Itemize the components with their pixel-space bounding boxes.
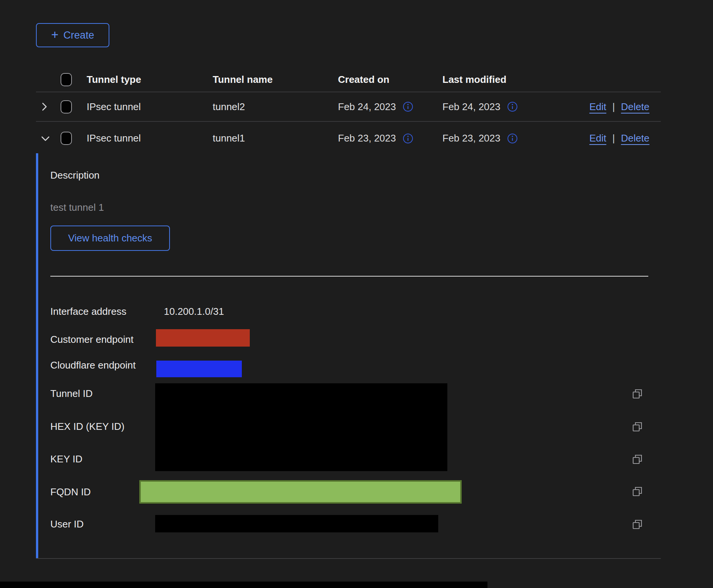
- chevron-down-icon[interactable]: [40, 134, 51, 143]
- create-button-label: Create: [64, 30, 94, 41]
- create-button[interactable]: + Create: [36, 23, 109, 47]
- tunnels-table: Tunnel type Tunnel name Created on Last …: [36, 67, 661, 155]
- tunnel-type-cell: IPsec tunnel: [87, 101, 213, 113]
- fqdn-id-label: FQDN ID: [50, 486, 91, 498]
- last-modified-value: Feb 24, 2023: [442, 101, 500, 113]
- interface-address-label: Interface address: [50, 305, 126, 317]
- interface-address-value: 10.200.1.0/31: [164, 305, 224, 317]
- table-header-row: Tunnel type Tunnel name Created on Last …: [36, 67, 661, 92]
- description-label: Description: [50, 169, 100, 181]
- info-icon[interactable]: [403, 133, 413, 144]
- last-modified-value: Feb 23, 2023: [442, 132, 500, 144]
- info-icon[interactable]: [507, 133, 518, 144]
- copy-icon[interactable]: [631, 518, 644, 531]
- row-checkbox[interactable]: [61, 132, 72, 145]
- delete-link[interactable]: Delete: [621, 101, 649, 113]
- plus-icon: +: [51, 28, 58, 41]
- edit-link[interactable]: Edit: [589, 101, 606, 113]
- customer-endpoint-redacted-value: [156, 329, 250, 347]
- created-on-value: Feb 24, 2023: [338, 101, 396, 113]
- edit-link[interactable]: Edit: [589, 132, 606, 144]
- view-health-checks-button[interactable]: View health checks: [50, 226, 170, 251]
- fqdn-id-redacted-value: [139, 480, 462, 504]
- tunnel-name-cell: tunnel1: [213, 132, 338, 144]
- action-separator: |: [612, 101, 615, 113]
- cloudflare-endpoint-redacted-value: [156, 361, 242, 377]
- created-on-value: Feb 23, 2023: [338, 132, 396, 144]
- expanded-tunnel-details: Description test tunnel 1 View health ch…: [36, 153, 661, 559]
- copy-icon[interactable]: [631, 485, 644, 498]
- column-header-last-modified: Last modified: [442, 74, 583, 86]
- user-id-label: User ID: [50, 518, 84, 530]
- delete-link[interactable]: Delete: [621, 132, 649, 144]
- ids-redacted-value: [155, 383, 447, 471]
- column-header-tunnel-name: Tunnel name: [213, 74, 338, 86]
- copy-icon[interactable]: [631, 420, 644, 433]
- copy-icon[interactable]: [631, 387, 644, 400]
- user-id-redacted-value: [155, 515, 438, 532]
- expanded-row-indicator-bar: [36, 153, 38, 558]
- hex-id-label: HEX ID (KEY ID): [50, 420, 125, 432]
- tunnel-name-cell: tunnel2: [213, 101, 338, 113]
- customer-endpoint-label: Customer endpoint: [50, 333, 134, 345]
- copy-icon[interactable]: [631, 453, 644, 466]
- column-header-created-on: Created on: [338, 74, 442, 86]
- section-divider: [50, 276, 648, 277]
- table-row-tunnel1: IPsec tunnel tunnel1 Feb 23, 2023 Feb 23…: [36, 122, 661, 155]
- table-row-tunnel2: IPsec tunnel tunnel2 Feb 24, 2023 Feb 24…: [36, 92, 661, 122]
- tunnels-page: + Create Tunnel type Tunnel name Created…: [0, 0, 713, 588]
- column-header-tunnel-type: Tunnel type: [87, 74, 213, 86]
- cloudflare-endpoint-label: Cloudflare endpoint: [50, 359, 136, 371]
- row-checkbox[interactable]: [61, 100, 72, 114]
- chevron-right-icon[interactable]: [40, 101, 49, 112]
- tunnel-type-cell: IPsec tunnel: [87, 132, 213, 144]
- table-bottom-divider: [36, 558, 661, 559]
- select-all-checkbox[interactable]: [61, 73, 72, 86]
- key-id-label: KEY ID: [50, 453, 83, 465]
- description-value: test tunnel 1: [50, 201, 104, 213]
- info-icon[interactable]: [403, 101, 413, 112]
- tunnel-id-label: Tunnel ID: [50, 387, 93, 400]
- info-icon[interactable]: [507, 101, 518, 112]
- action-separator: |: [612, 132, 615, 144]
- bottom-redaction-strip: [0, 582, 487, 588]
